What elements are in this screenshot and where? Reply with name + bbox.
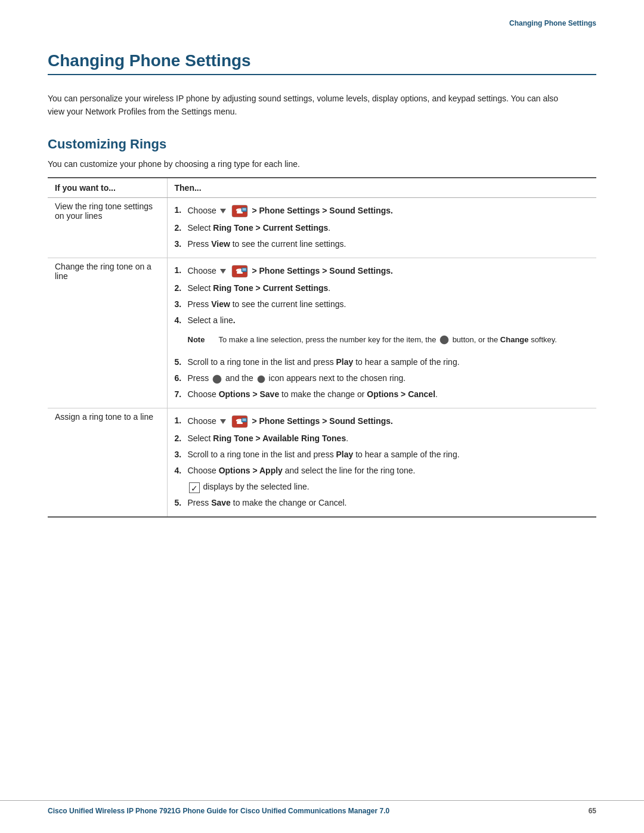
- phone-settings-icon: ☎: [231, 204, 249, 218]
- small-circle-icon: [257, 375, 265, 383]
- nav-arrow-icon: [220, 209, 226, 213]
- step-item: 5. Press Save to make the change or Canc…: [175, 497, 590, 509]
- phone-settings-icon: ☎: [231, 264, 249, 278]
- note-label: Note: [188, 334, 219, 346]
- nav-arrow-icon: [220, 419, 226, 424]
- note-box: Note To make a line selection, press the…: [188, 334, 557, 346]
- row3-right: 1. Choose ☎: [167, 408, 596, 518]
- row2-right: 1. Choose ☎: [167, 258, 596, 408]
- step-item: 2. Select Ring Tone > Current Settings.: [175, 222, 590, 234]
- step-item: 1. Choose ☎: [175, 204, 590, 218]
- step-item: 4. Choose Options > Apply and select the…: [175, 465, 590, 477]
- step-item: 3. Press View to see the current line se…: [175, 298, 590, 311]
- svg-point-12: [258, 376, 265, 383]
- page-container: Changing Phone Settings Changing Phone S…: [0, 0, 644, 833]
- footer-doc-title: Cisco Unified Wireless IP Phone 7921G Ph…: [48, 807, 389, 815]
- step-item: 6. Press and the: [175, 372, 590, 385]
- section-intro: You can customize your phone by choosing…: [48, 159, 596, 169]
- table-row: View the ring tone settings on your line…: [48, 197, 596, 258]
- footer-page-number: 65: [589, 807, 596, 815]
- select-button-icon: [439, 335, 449, 345]
- note-item: Note To make a line selection, press the…: [175, 330, 590, 351]
- checkmark-item: ✓ displays by the selected line.: [188, 481, 590, 493]
- svg-point-10: [440, 336, 448, 344]
- customizing-rings-table: If you want to... Then... View the ring …: [48, 177, 596, 518]
- step-item: 2. Select Ring Tone > Available Ring Ton…: [175, 432, 590, 445]
- row3-steps: 1. Choose ☎: [175, 414, 590, 509]
- step-item: 3. Press View to see the current line se…: [175, 238, 590, 250]
- step-item: 7. Choose Options > Save to make the cha…: [175, 388, 590, 401]
- svg-point-11: [213, 375, 221, 383]
- step-item: 3. Scroll to a ring tone in the list and…: [175, 448, 590, 461]
- circle-button-icon: [212, 374, 222, 384]
- table-row: Change the ring tone on a line 1. Choose: [48, 258, 596, 408]
- row1-steps: 1. Choose ☎: [175, 204, 590, 250]
- table-row: Assign a ring tone to a line 1. Choose: [48, 408, 596, 518]
- row1-left: View the ring tone settings on your line…: [48, 197, 167, 258]
- table-col1-header: If you want to...: [48, 178, 167, 198]
- row2-left: Change the ring tone on a line: [48, 258, 167, 408]
- page-footer: Cisco Unified Wireless IP Phone 7921G Ph…: [0, 800, 644, 815]
- row3-left: Assign a ring tone to a line: [48, 408, 167, 518]
- title-divider: [48, 74, 596, 75]
- chapter-intro: You can personalize your wireless IP pho…: [48, 92, 561, 119]
- row1-right: 1. Choose ☎: [167, 197, 596, 258]
- phone-settings-icon: ☎: [231, 414, 249, 429]
- checkmark-icon: ✓: [189, 482, 200, 493]
- step-item: 4. Select a line.: [175, 314, 590, 327]
- main-content: Changing Phone Settings You can personal…: [0, 33, 644, 553]
- step-item: 5. Scroll to a ring tone in the list and…: [175, 356, 590, 368]
- row2-steps: 1. Choose ☎: [175, 264, 590, 401]
- nav-arrow-icon: [220, 269, 226, 274]
- page-header: Changing Phone Settings: [0, 0, 644, 33]
- header-chapter-title: Changing Phone Settings: [509, 19, 596, 27]
- step-item: 1. Choose ☎: [175, 264, 590, 278]
- table-col2-header: Then...: [167, 178, 596, 198]
- chapter-title: Changing Phone Settings: [48, 51, 596, 70]
- section-title: Customizing Rings: [48, 137, 596, 152]
- step-item: 1. Choose ☎: [175, 414, 590, 429]
- note-text: To make a line selection, press the numb…: [219, 334, 557, 346]
- step-item: 2. Select Ring Tone > Current Settings.: [175, 282, 590, 295]
